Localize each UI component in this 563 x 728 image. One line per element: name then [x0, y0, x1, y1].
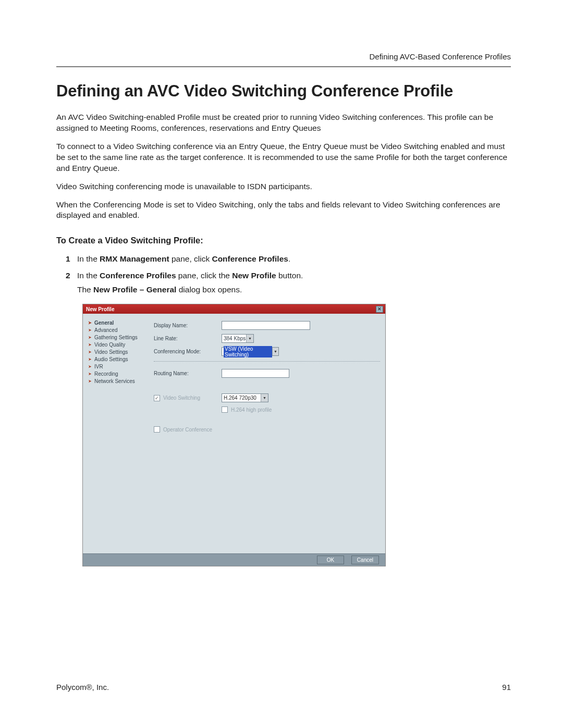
field-video-switching: ✓ Video Switching H.264 720p30 ▼: [154, 391, 380, 404]
dialog-footer: OK Cancel: [83, 553, 385, 566]
new-profile-dialog: New Profile ✕ ➤General ➤Advanced ➤Gather…: [82, 304, 386, 566]
sidebar-item-ivr[interactable]: ➤IVR: [88, 363, 149, 370]
section-title: Defining AVC-Based Conference Profiles: [369, 52, 511, 61]
page-footer: Polycom®, Inc. 91: [56, 683, 511, 692]
page-title: Defining an AVC Video Switching Conferen…: [56, 82, 511, 101]
step-1: 1 In the RMX Management pane, click Conf…: [66, 253, 511, 265]
h264-high-profile-label: H.264 high profile: [231, 407, 272, 413]
sidebar-item-recording[interactable]: ➤Recording: [88, 370, 149, 377]
sidebar-item-general[interactable]: ➤General: [88, 319, 149, 326]
routing-name-label: Routing Name:: [154, 371, 222, 376]
field-display-name: Display Name:: [154, 319, 380, 332]
chevron-right-icon: ➤: [88, 357, 92, 362]
procedure-heading: To Create a Video Switching Profile:: [56, 236, 511, 245]
line-rate-select[interactable]: 384 Kbps ▼: [222, 334, 254, 343]
display-name-label: Display Name:: [154, 323, 222, 328]
footer-page-number: 91: [502, 683, 511, 692]
video-switching-label: Video Switching: [163, 395, 200, 401]
operator-conference-label: Operator Conference: [163, 427, 212, 433]
paragraph-1: An AVC Video Switching-enabled Profile m…: [56, 112, 511, 134]
field-h264-high-profile: H.264 high profile: [154, 404, 380, 415]
step-number-1: 1: [66, 253, 70, 265]
close-icon[interactable]: ✕: [376, 306, 383, 313]
step-2-text: In the Conference Profiles pane, click t…: [77, 271, 303, 280]
sidebar-item-network-services[interactable]: ➤Network Services: [88, 377, 149, 385]
chevron-right-icon: ➤: [88, 328, 92, 332]
display-name-input[interactable]: [222, 321, 310, 330]
chevron-right-icon: ➤: [88, 342, 92, 347]
dialog-sidebar: ➤General ➤Advanced ➤Gathering Settings ➤…: [83, 314, 151, 553]
dialog-body: ➤General ➤Advanced ➤Gathering Settings ➤…: [83, 314, 385, 553]
chevron-right-icon: ➤: [88, 320, 92, 325]
step-2-result: The New Profile – General dialog box ope…: [77, 283, 511, 295]
line-rate-label: Line Rate:: [154, 336, 222, 341]
chevron-down-icon: ▼: [261, 394, 268, 402]
dialog-main-panel: Display Name: Line Rate: 384 Kbps ▼ Conf…: [151, 314, 385, 553]
step-2: 2 In the Conference Profiles pane, click…: [66, 269, 511, 296]
conferencing-mode-select[interactable]: VSW (Video Switching) ▼: [222, 347, 279, 356]
conferencing-mode-label: Conferencing Mode:: [154, 349, 222, 354]
paragraph-4: When the Conferencing Mode is set to Vid…: [56, 200, 511, 221]
paragraph-3: Video Switching conferencing mode is una…: [56, 181, 511, 192]
ok-button[interactable]: OK: [317, 556, 344, 564]
h264-high-profile-checkbox[interactable]: [222, 406, 228, 413]
sidebar-item-advanced[interactable]: ➤Advanced: [88, 326, 149, 334]
separator: [154, 361, 380, 362]
procedure-steps: 1 In the RMX Management pane, click Conf…: [56, 253, 511, 295]
step-1-text: In the RMX Management pane, click Confer…: [77, 254, 290, 263]
step-number-2: 2: [66, 269, 70, 281]
sidebar-item-video-quality[interactable]: ➤Video Quality: [88, 341, 149, 348]
cancel-button[interactable]: Cancel: [351, 556, 379, 564]
field-conferencing-mode: Conferencing Mode: VSW (Video Switching)…: [154, 345, 380, 358]
chevron-down-icon: ▼: [272, 348, 278, 355]
field-operator-conference: Operator Conference: [154, 424, 380, 435]
page-header-section: Defining AVC-Based Conference Profiles: [56, 52, 511, 61]
sidebar-item-gathering-settings[interactable]: ➤Gathering Settings: [88, 334, 149, 341]
dialog-title: New Profile: [86, 306, 114, 312]
chevron-right-icon: ➤: [88, 350, 92, 354]
chevron-right-icon: ➤: [88, 364, 92, 369]
header-rule: [56, 66, 511, 67]
operator-conference-checkbox[interactable]: [154, 426, 160, 433]
chevron-right-icon: ➤: [88, 379, 92, 384]
chevron-right-icon: ➤: [88, 335, 92, 340]
chevron-down-icon: ▼: [246, 335, 253, 342]
sidebar-item-video-settings[interactable]: ➤Video Settings: [88, 348, 149, 355]
sidebar-item-audio-settings[interactable]: ➤Audio Settings: [88, 355, 149, 363]
chevron-right-icon: ➤: [88, 372, 92, 376]
routing-name-input[interactable]: [222, 369, 289, 378]
footer-company: Polycom®, Inc.: [56, 683, 109, 692]
video-switching-checkbox[interactable]: ✓: [154, 395, 160, 401]
field-routing-name: Routing Name:: [154, 367, 380, 380]
field-line-rate: Line Rate: 384 Kbps ▼: [154, 332, 380, 345]
dialog-titlebar[interactable]: New Profile ✕: [83, 304, 385, 314]
video-switching-codec-select[interactable]: H.264 720p30 ▼: [222, 393, 268, 402]
paragraph-2: To connect to a Video Switching conferen…: [56, 141, 511, 174]
